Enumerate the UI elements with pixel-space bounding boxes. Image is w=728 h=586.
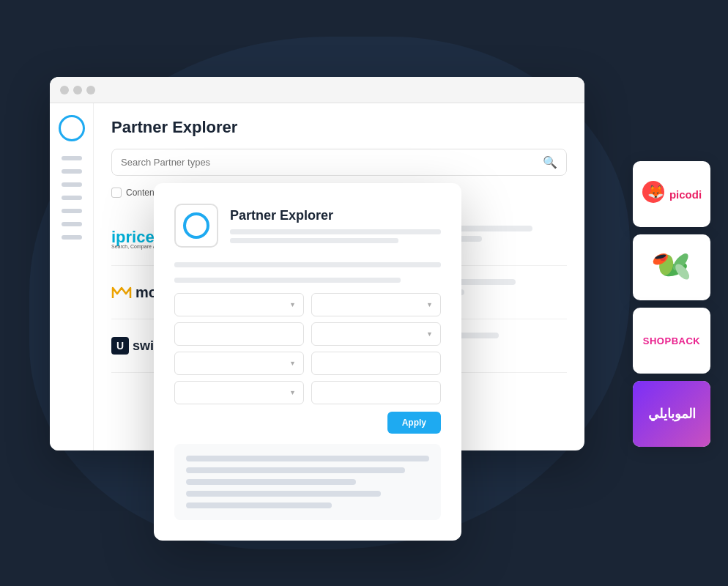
modal-info-bar-2	[174, 278, 401, 283]
result-bar-1	[186, 456, 429, 461]
modal-bar-2	[230, 238, 398, 243]
arabic-brand-text: الموبايلي	[648, 406, 696, 422]
form-input-3[interactable]	[311, 381, 441, 404]
chevron-down-icon-2: ▼	[426, 301, 433, 308]
form-row-3: ▼	[174, 352, 441, 375]
hummingbird-svg-icon	[648, 248, 696, 288]
partner-card-hummingbird[interactable]	[633, 234, 710, 300]
form-select-3[interactable]: ▼	[311, 322, 441, 346]
result-bar-5	[186, 502, 332, 508]
sidebar-logo	[59, 115, 85, 141]
modal-logo-circle	[174, 204, 218, 248]
sidebar-item-5[interactable]	[62, 209, 82, 213]
partner-card-picodi[interactable]: 🦊 picodi	[633, 161, 710, 227]
form-row-1: ▼ ▼	[174, 293, 441, 316]
filter-content[interactable]: Content	[111, 188, 157, 198]
filter-content-checkbox[interactable]	[111, 188, 122, 198]
sidebar-item-2[interactable]	[62, 169, 82, 174]
svg-text:🦊: 🦊	[647, 184, 664, 200]
filter-content-label: Content	[126, 188, 157, 198]
browser-titlebar	[50, 77, 584, 103]
form-row-2: ▼	[174, 322, 441, 346]
chevron-down-icon-5: ▼	[289, 389, 296, 396]
modal-title: Partner Explorer	[230, 208, 441, 223]
partner-card-shopback[interactable]: SHOPBACK	[633, 308, 710, 374]
result-bar-2	[186, 467, 405, 473]
search-input[interactable]	[121, 157, 543, 168]
form-select-4[interactable]: ▼	[174, 352, 304, 375]
search-bar[interactable]: 🔍	[111, 149, 567, 176]
shopback-text: SHOPBACK	[643, 335, 700, 346]
window-dot-2	[73, 86, 82, 94]
picodi-svg-icon: 🦊	[642, 180, 665, 204]
money-m-icon	[111, 285, 132, 300]
apply-button[interactable]: Apply	[387, 412, 441, 434]
sidebar-item-6[interactable]	[62, 222, 82, 226]
modal-header: Partner Explorer	[174, 204, 441, 248]
search-icon: 🔍	[543, 155, 557, 169]
form-input-1[interactable]	[174, 322, 304, 346]
picodi-logo: 🦊 picodi	[642, 180, 702, 209]
result-bar-4	[186, 491, 381, 497]
modal-actions: Apply	[174, 412, 441, 434]
modal-title-area: Partner Explorer	[230, 208, 441, 243]
arabic-brand-inner: الموبايلي	[633, 381, 710, 447]
picodi-icon: 🦊	[642, 180, 665, 209]
form-input-2[interactable]	[311, 352, 441, 375]
modal-info-bar-1	[174, 262, 441, 267]
window-dot-3	[86, 86, 95, 94]
scene: Partner Explorer 🔍 Content Price Compari…	[0, 0, 728, 586]
result-bar-3	[186, 479, 356, 485]
chevron-down-icon-1: ▼	[289, 301, 296, 308]
sidebar	[50, 103, 94, 450]
form-select-5[interactable]: ▼	[174, 381, 304, 404]
partner-card-arabic[interactable]: الموبايلي	[633, 381, 710, 447]
form-row-4: ▼	[174, 381, 441, 404]
chevron-down-icon-4: ▼	[289, 360, 296, 367]
modal-bar-1	[230, 229, 441, 234]
modal-subtitle-bars	[230, 229, 441, 243]
overlay-modal: Partner Explorer ▼ ▼	[154, 183, 461, 541]
chevron-down-icon-3: ▼	[426, 330, 433, 338]
form-select-1[interactable]: ▼	[174, 293, 304, 316]
window-dot-1	[60, 86, 69, 94]
modal-results	[174, 444, 441, 520]
picodi-text: picodi	[669, 188, 702, 201]
page-title: Partner Explorer	[111, 118, 567, 137]
sidebar-item-3[interactable]	[62, 182, 82, 187]
modal-logo-ring	[183, 212, 209, 239]
form-select-2[interactable]: ▼	[311, 293, 441, 316]
sidebar-item-7[interactable]	[62, 235, 82, 240]
sidebar-item-4[interactable]	[62, 196, 82, 200]
sidebar-item-1[interactable]	[62, 156, 82, 160]
uswitch-u-icon: U	[111, 337, 129, 355]
partner-cards: 🦊 picodi SHOPBACK	[633, 161, 710, 447]
